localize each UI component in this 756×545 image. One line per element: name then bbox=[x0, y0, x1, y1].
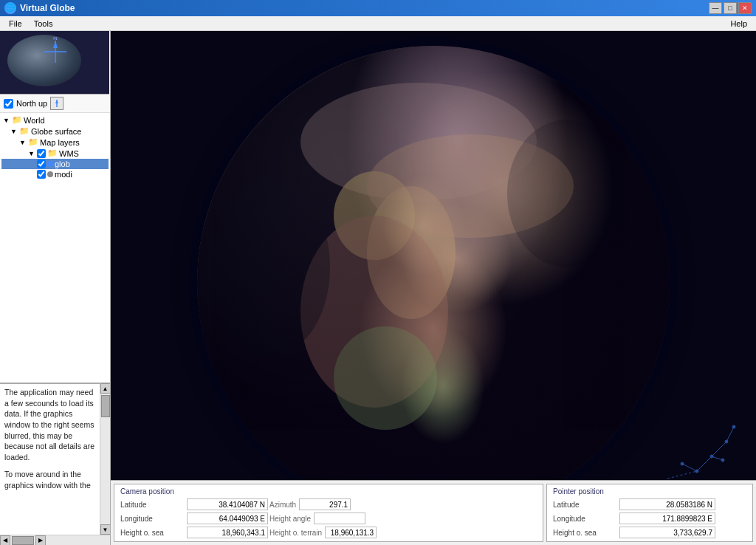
app-icon: 🌐 bbox=[4, 2, 16, 14]
camera-azimuth-value[interactable] bbox=[299, 498, 351, 510]
svg-point-23 bbox=[681, 462, 684, 465]
tree-world[interactable]: ▼ 📁 World bbox=[1, 114, 109, 126]
pointer-height-sea-value[interactable] bbox=[619, 527, 715, 538]
camera-height-sea-value[interactable] bbox=[187, 527, 268, 538]
camera-lon-value[interactable] bbox=[187, 513, 268, 524]
close-button[interactable]: ✕ bbox=[738, 2, 752, 14]
tree-wms[interactable]: ▼ 📁 WMS bbox=[1, 148, 109, 159]
height-angle-label: Height angle bbox=[269, 515, 311, 523]
window-title: Virtual Globe bbox=[20, 3, 75, 13]
camera-lon-label: Longitude bbox=[120, 515, 187, 523]
constellation-icon bbox=[653, 412, 741, 486]
tree-globe-surface[interactable]: ▼ 📁 Globe surface bbox=[1, 126, 109, 137]
bottom-coords-panel: Camera position Latitude Azimuth Longitu… bbox=[111, 480, 756, 545]
pointer-lat-value[interactable] bbox=[619, 498, 715, 510]
svg-point-19 bbox=[695, 470, 698, 473]
menu-file[interactable]: File bbox=[3, 18, 28, 30]
glob-checkbox[interactable] bbox=[37, 160, 46, 168]
camera-lat-row: Latitude Azimuth bbox=[120, 498, 537, 510]
camera-height-row: Height o. sea Height o. terrain bbox=[120, 527, 537, 538]
scroll-down-arrow[interactable]: ▼ bbox=[100, 524, 111, 535]
title-bar: 🌐 Virtual Globe — □ ✕ bbox=[0, 0, 756, 16]
maximize-button[interactable]: □ bbox=[724, 2, 737, 14]
globe-highlight bbox=[197, 46, 670, 518]
info-text-panel: The application may need a few secounds … bbox=[0, 383, 100, 531]
pointer-lat-label: Latitude bbox=[553, 501, 619, 509]
text-scroll-area: The application may need a few secounds … bbox=[0, 383, 110, 535]
menu-bar: File Tools Help bbox=[0, 16, 756, 31]
camera-position-group: Camera position Latitude Azimuth Longitu… bbox=[114, 484, 543, 542]
mod-label: modi bbox=[55, 170, 72, 179]
expand-globe[interactable]: ▼ bbox=[10, 128, 19, 135]
wms-checkbox[interactable] bbox=[37, 149, 46, 158]
north-up-checkbox[interactable] bbox=[4, 99, 13, 109]
pointer-lat-row: Latitude bbox=[553, 498, 746, 510]
north-up-label: North up bbox=[16, 99, 47, 108]
camera-lat-value[interactable] bbox=[187, 498, 268, 510]
layer-tree: ▼ 📁 World ▼ 📁 Globe surface ▼ 📁 Map laye… bbox=[0, 113, 110, 383]
scroll-thumb[interactable] bbox=[101, 395, 110, 417]
info-section: The application may need a few secounds … bbox=[0, 383, 110, 545]
pointer-height-sea-label: Height o. sea bbox=[553, 529, 619, 537]
svg-line-14 bbox=[697, 456, 712, 471]
scroll-left-arrow[interactable]: ◀ bbox=[0, 535, 10, 546]
tree-glob[interactable]: glob bbox=[1, 159, 109, 169]
scroll-up-arrow[interactable]: ▲ bbox=[100, 383, 111, 394]
glob-label: glob bbox=[55, 160, 70, 168]
scroll-right-arrow[interactable]: ▶ bbox=[35, 535, 46, 546]
azimuth-label: Azimuth bbox=[269, 501, 296, 509]
camera-height-angle-value[interactable] bbox=[314, 513, 365, 524]
svg-point-24 bbox=[721, 459, 724, 462]
svg-line-25 bbox=[667, 471, 697, 479]
svg-line-16 bbox=[726, 427, 734, 442]
hscroll-thumb[interactable] bbox=[12, 536, 34, 545]
globe-viewer[interactable]: Camera position Latitude Azimuth Longitu… bbox=[111, 31, 756, 545]
tree-map-layers[interactable]: ▼ 📁 Map layers bbox=[1, 137, 109, 148]
pointer-height-row: Height o. sea bbox=[553, 527, 746, 538]
camera-lat-label: Latitude bbox=[120, 501, 187, 509]
pointer-position-group: Pointer position Latitude Longitude Heig… bbox=[546, 484, 753, 542]
text-scrollbar: ▲ ▼ bbox=[100, 383, 110, 535]
height-terrain-label: Height o. terrain bbox=[269, 529, 322, 537]
svg-marker-2 bbox=[53, 41, 58, 48]
world-label: World bbox=[24, 116, 45, 125]
menu-help[interactable]: Help bbox=[724, 18, 753, 30]
main-container: N North up ▼ 📁 World ▼ bbox=[0, 31, 756, 545]
expand-world[interactable]: ▼ bbox=[3, 117, 12, 124]
menu-tools[interactable]: Tools bbox=[28, 18, 59, 30]
svg-line-15 bbox=[712, 442, 726, 456]
folder-map-icon: 📁 bbox=[28, 137, 38, 147]
wms-label: WMS bbox=[59, 149, 79, 158]
pointer-position-title: Pointer position bbox=[553, 487, 746, 496]
svg-point-21 bbox=[725, 440, 728, 443]
camera-height-terrain-value[interactable] bbox=[325, 527, 377, 538]
pointer-lon-label: Longitude bbox=[553, 515, 619, 523]
glob-dot-icon bbox=[47, 161, 53, 167]
globe-surface-label: Globe surface bbox=[31, 127, 81, 136]
svg-point-20 bbox=[710, 455, 713, 458]
north-up-row: North up bbox=[0, 95, 110, 113]
compass-icon: N bbox=[41, 37, 70, 66]
window-controls: — □ ✕ bbox=[709, 2, 752, 14]
info-text-2: To move around in the graphics window wi… bbox=[4, 469, 95, 490]
minimize-button[interactable]: — bbox=[709, 2, 722, 14]
camera-height-sea-label: Height o. sea bbox=[120, 529, 187, 537]
north-indicator-box bbox=[50, 97, 63, 110]
map-layers-label: Map layers bbox=[40, 138, 80, 147]
svg-line-17 bbox=[682, 464, 697, 471]
tree-mod[interactable]: modi bbox=[1, 169, 109, 179]
mod-checkbox[interactable] bbox=[37, 170, 46, 179]
expand-wms[interactable]: ▼ bbox=[28, 150, 37, 157]
mod-dot-icon bbox=[47, 171, 53, 177]
globe-sphere bbox=[197, 46, 670, 518]
horizontal-scrollbar: ◀ ▶ bbox=[0, 535, 110, 545]
svg-point-22 bbox=[732, 425, 735, 428]
left-panel: N North up ▼ 📁 World ▼ bbox=[0, 31, 111, 545]
folder-world-icon: 📁 bbox=[12, 115, 22, 125]
pointer-lon-value[interactable] bbox=[619, 513, 715, 524]
expand-map-layers[interactable]: ▼ bbox=[19, 139, 28, 146]
north-arrow-icon bbox=[52, 98, 62, 109]
camera-lon-row: Longitude Height angle bbox=[120, 513, 537, 524]
folder-globe-icon: 📁 bbox=[19, 126, 30, 136]
info-text-1: The application may need a few secounds … bbox=[4, 387, 95, 463]
